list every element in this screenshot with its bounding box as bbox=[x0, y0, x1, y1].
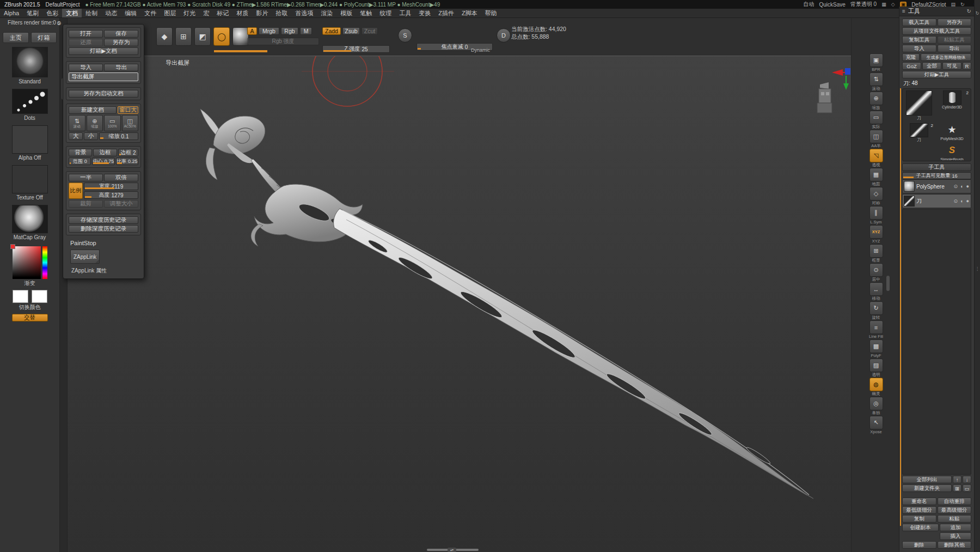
folder-up-icon[interactable]: ▭ bbox=[963, 484, 971, 492]
color-picker[interactable] bbox=[13, 246, 47, 279]
menu-item[interactable]: 首选项 bbox=[291, 9, 317, 17]
eye-icon[interactable]: ⊙ bbox=[953, 198, 959, 204]
tool-slot[interactable]: ★ PolyMesh3D bbox=[935, 123, 969, 143]
paintstop-button[interactable]: PaintStop bbox=[70, 240, 141, 246]
right-shelf-icon[interactable]: ⊙ bbox=[869, 263, 883, 277]
resize-button[interactable]: 调整大小 bbox=[104, 200, 138, 208]
right-shelf-button[interactable]: ◍ 幽灵 bbox=[868, 378, 884, 396]
lightbox-document-button[interactable]: 灯箱▶文档 bbox=[69, 47, 138, 55]
new-document-button[interactable]: 新建文档 bbox=[69, 106, 117, 114]
save-startup-doc-button[interactable]: 另存为启动文档 bbox=[69, 90, 138, 98]
double-button[interactable]: 双倍 bbox=[104, 174, 138, 181]
load-tool-button[interactable]: 载入工具 bbox=[902, 19, 936, 26]
move-up-icon[interactable]: ↑ bbox=[953, 476, 961, 483]
tab-home[interactable]: 主页 bbox=[3, 32, 29, 43]
right-shelf-button[interactable]: XYZ XYZ bbox=[868, 225, 884, 244]
store-depth-history-button[interactable]: 存储深度历史记录 bbox=[69, 216, 138, 224]
camera-gizmo[interactable] bbox=[817, 68, 850, 113]
make-polymesh-button[interactable]: 生成多边形网格物体 bbox=[921, 53, 971, 61]
folder-add-icon[interactable]: ⊞ bbox=[953, 484, 961, 492]
right-shelf-button[interactable]: ▩ PolyF bbox=[868, 339, 884, 358]
reload-icon[interactable]: ↻ bbox=[975, 11, 980, 16]
canvas-scroll-arrows[interactable]: ▴▾ bbox=[448, 548, 456, 552]
brush-thumbnail[interactable] bbox=[12, 47, 48, 77]
right-shelf-icon[interactable]: ▩ bbox=[869, 339, 883, 353]
subtool-visible-count-slider[interactable]: 子工具可见数量 16 bbox=[902, 172, 971, 179]
alpha-thumbnail[interactable] bbox=[12, 125, 48, 154]
goz-button[interactable]: GoZ bbox=[902, 62, 921, 70]
subtool-row[interactable]: PolySphere ⊙ ◐ ● bbox=[902, 179, 971, 193]
menu-item[interactable]: 灯光 bbox=[180, 9, 199, 17]
revert-button[interactable]: 还原 bbox=[69, 39, 103, 46]
menu-item[interactable]: 编辑 bbox=[121, 9, 140, 17]
mrgb-button[interactable]: Mrgb bbox=[259, 27, 279, 35]
duplicate-button[interactable]: 创建副本 bbox=[902, 524, 939, 531]
right-shelf-button[interactable]: ▭ 实际 bbox=[868, 111, 884, 129]
paint-icon[interactable]: ◐ bbox=[960, 198, 964, 204]
border-button[interactable]: 边框 bbox=[93, 149, 117, 156]
export-button[interactable]: 导出 bbox=[104, 64, 138, 71]
move-down-icon[interactable]: ↓ bbox=[963, 476, 971, 483]
menu-item[interactable]: 绘制 bbox=[82, 9, 101, 17]
stroke-s-icon[interactable]: S bbox=[398, 28, 412, 43]
delete-button[interactable]: 删除 bbox=[902, 541, 936, 549]
menu-item[interactable]: 笔触 bbox=[356, 9, 376, 17]
canvas-viewport[interactable]: 导出截屏 bbox=[68, 56, 851, 552]
insert-button[interactable]: 插入 bbox=[940, 532, 971, 540]
right-shelf-button[interactable]: ∥ L.Sym bbox=[868, 206, 884, 225]
draw-mode-icon[interactable]: ◯ bbox=[213, 27, 230, 46]
hue-strip[interactable] bbox=[42, 246, 47, 279]
document-view-button[interactable]: ⇅ 滚动 bbox=[69, 115, 85, 131]
right-shelf-icon[interactable]: ↔ bbox=[869, 282, 883, 296]
right-shelf-icon[interactable]: ◍ bbox=[869, 378, 883, 391]
center-slider[interactable]: 中心 0.75 bbox=[92, 157, 114, 165]
subtool-list[interactable] bbox=[902, 209, 971, 475]
right-shelf-icon[interactable]: ▣ bbox=[869, 53, 883, 67]
saturation-value-area[interactable] bbox=[13, 246, 41, 279]
right-shelf-button[interactable]: ⊞ 框显 bbox=[868, 244, 884, 263]
zadd-button[interactable]: Zadd bbox=[322, 27, 341, 35]
right-shelf-button[interactable]: ▦ 地面 bbox=[868, 168, 884, 186]
menu-item[interactable]: 工具 bbox=[395, 9, 415, 17]
menu-item[interactable]: 标记 bbox=[213, 9, 232, 17]
move-mode-icon[interactable]: ⊞ bbox=[175, 27, 192, 46]
right-shelf-icon[interactable]: ⊕ bbox=[869, 92, 883, 105]
ratio-button[interactable]: 比例 bbox=[69, 183, 83, 199]
grid-icon[interactable]: ▦ bbox=[881, 2, 886, 7]
background-button[interactable]: 背景 bbox=[69, 149, 92, 156]
menu-item[interactable]: 动态 bbox=[101, 9, 121, 17]
subtool-row-selected[interactable]: 刀 ⊙ ◐ ● bbox=[902, 194, 971, 208]
border-slider[interactable]: 边框 2 bbox=[118, 149, 138, 156]
material-sphere-icon[interactable] bbox=[232, 27, 249, 46]
subtool-section-header[interactable]: 子工具 bbox=[902, 163, 971, 171]
menu-item[interactable]: 宏 bbox=[199, 9, 213, 17]
right-shelf-icon[interactable]: ⇅ bbox=[869, 72, 883, 86]
zoom-slider[interactable]: 缩放 0.1 bbox=[99, 132, 138, 140]
window-size-button[interactable]: 窗口大 bbox=[118, 106, 138, 114]
menu-item[interactable]: Z脚本 bbox=[458, 9, 481, 17]
rename-button[interactable]: 重命名 bbox=[902, 498, 936, 505]
rgb-button[interactable]: Rgb bbox=[281, 27, 298, 35]
right-shelf-icon[interactable]: ▨ bbox=[869, 359, 883, 372]
append-button[interactable]: 追加 bbox=[940, 524, 971, 531]
save-as-button[interactable]: 另存为 bbox=[938, 19, 972, 26]
right-shelf-button[interactable]: ⊕ 缩放 bbox=[868, 92, 884, 110]
solo-icon[interactable]: ● bbox=[966, 198, 970, 204]
hamburger-icon[interactable]: ≡ bbox=[902, 8, 905, 14]
delete-depth-history-button[interactable]: 删除深度历史记录 bbox=[69, 225, 138, 233]
grip-icon[interactable]: ⋮ bbox=[975, 266, 980, 271]
export-screenshot-button[interactable]: 导出截屏 bbox=[69, 72, 138, 81]
export-button[interactable]: 导出 bbox=[938, 45, 972, 52]
import-button[interactable]: 导入 bbox=[902, 45, 936, 52]
new-folder-button[interactable]: 新建文件夹 bbox=[902, 484, 952, 492]
right-shelf-button[interactable]: ◹ 透视 bbox=[868, 149, 884, 167]
menu-item[interactable]: 模版 bbox=[336, 9, 356, 17]
m-button[interactable]: M bbox=[300, 27, 312, 35]
range-slider[interactable]: 范围 0 bbox=[69, 157, 91, 165]
copy-tool-button[interactable]: 复制工具 bbox=[902, 36, 936, 44]
right-shelf-button[interactable]: ↔ 移动 bbox=[868, 282, 884, 301]
tab-lightbox[interactable]: 灯箱 bbox=[31, 32, 57, 43]
load-from-project-button[interactable]: 从项目文件载入工具 bbox=[902, 27, 971, 35]
right-shelf-icon[interactable]: ∥ bbox=[869, 206, 883, 220]
menu-item[interactable]: 图层 bbox=[160, 9, 180, 17]
